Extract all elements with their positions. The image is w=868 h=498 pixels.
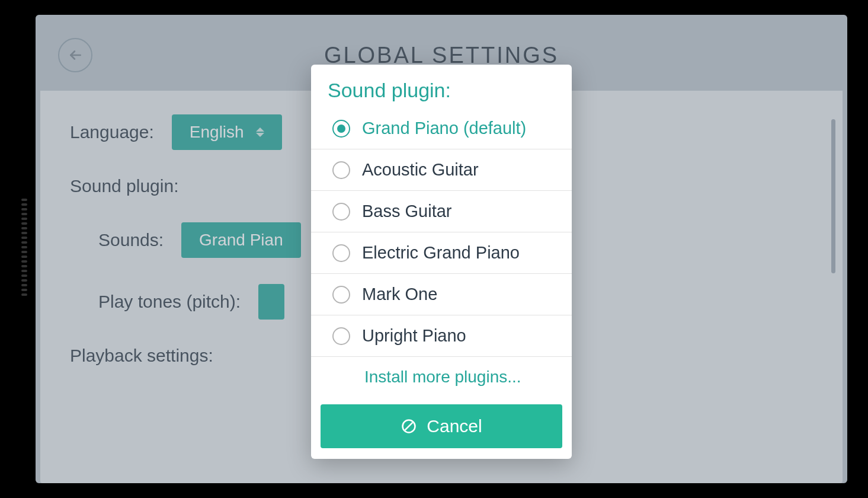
sound-plugin-option-label: Acoustic Guitar bbox=[362, 160, 479, 180]
language-label: Language: bbox=[70, 122, 154, 142]
device-frame: GLOBAL SETTINGS Language: English Sound … bbox=[0, 0, 868, 498]
back-arrow-icon bbox=[68, 47, 83, 63]
sound-plugin-option[interactable]: Electric Grand Piano bbox=[311, 232, 572, 274]
sound-plugin-option-list: Grand Piano (default)Acoustic GuitarBass… bbox=[311, 108, 572, 357]
modal-title: Sound plugin: bbox=[311, 71, 572, 108]
radio-icon bbox=[332, 244, 350, 262]
radio-icon bbox=[332, 203, 350, 221]
sound-plugin-option-label: Grand Piano (default) bbox=[362, 119, 526, 138]
back-button[interactable] bbox=[58, 38, 92, 72]
play-tones-dropdown[interactable] bbox=[258, 284, 284, 320]
cancel-icon bbox=[401, 418, 417, 435]
language-dropdown[interactable]: English bbox=[172, 114, 282, 150]
sounds-dropdown[interactable]: Grand Pian bbox=[181, 222, 301, 258]
radio-icon bbox=[332, 161, 350, 179]
sounds-value: Grand Pian bbox=[199, 231, 283, 250]
radio-icon bbox=[332, 327, 350, 345]
cancel-button[interactable]: Cancel bbox=[321, 404, 562, 448]
sound-plugin-option[interactable]: Grand Piano (default) bbox=[311, 108, 572, 149]
sound-plugin-option[interactable]: Upright Piano bbox=[311, 315, 572, 357]
scrollbar[interactable] bbox=[831, 119, 835, 273]
svg-line-2 bbox=[405, 423, 413, 430]
sound-plugin-option-label: Electric Grand Piano bbox=[362, 243, 520, 263]
sound-plugin-option[interactable]: Mark One bbox=[311, 274, 572, 315]
play-tones-value bbox=[269, 292, 274, 311]
speaker-grille bbox=[21, 199, 27, 299]
sound-plugin-option[interactable]: Bass Guitar bbox=[311, 191, 572, 232]
sound-plugin-option[interactable]: Acoustic Guitar bbox=[311, 149, 572, 191]
sounds-label: Sounds: bbox=[98, 230, 164, 250]
dropdown-caret-icon bbox=[256, 127, 264, 137]
install-more-plugins-link[interactable]: Install more plugins... bbox=[311, 357, 572, 397]
screen: GLOBAL SETTINGS Language: English Sound … bbox=[36, 15, 847, 483]
sound-plugin-modal: Sound plugin: Grand Piano (default)Acous… bbox=[311, 65, 572, 459]
sound-plugin-option-label: Upright Piano bbox=[362, 326, 466, 346]
language-value: English bbox=[190, 123, 244, 142]
radio-icon bbox=[332, 286, 350, 304]
sound-plugin-option-label: Mark One bbox=[362, 285, 437, 304]
cancel-label: Cancel bbox=[427, 416, 482, 436]
play-tones-label: Play tones (pitch): bbox=[98, 292, 241, 312]
sound-plugin-option-label: Bass Guitar bbox=[362, 202, 452, 221]
radio-icon bbox=[332, 120, 350, 138]
